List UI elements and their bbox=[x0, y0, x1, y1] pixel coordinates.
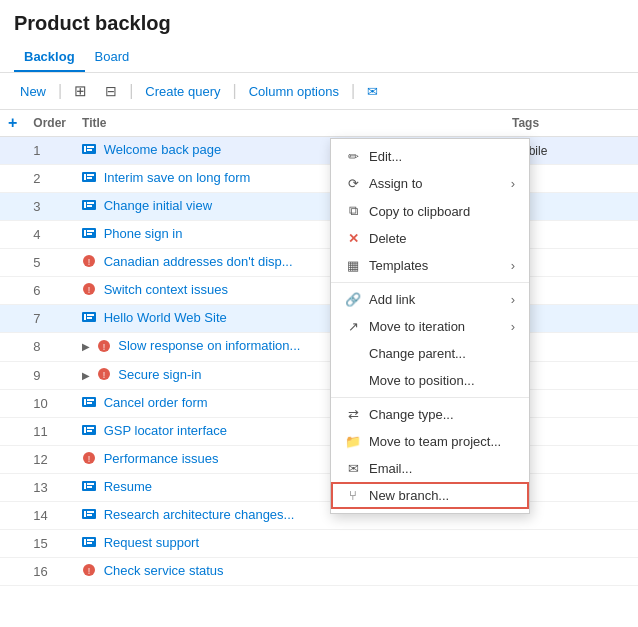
row-title: Request support bbox=[74, 529, 467, 557]
cm-item-change_type[interactable]: ⇄ Change type... bbox=[331, 401, 529, 428]
item-title-link[interactable]: GSP locator interface bbox=[104, 423, 227, 438]
item-icon: ! bbox=[82, 254, 96, 271]
row-add-cell bbox=[0, 137, 25, 165]
table-row[interactable]: 14 Research architecture changes... bbox=[0, 501, 638, 529]
table-row[interactable]: 1 Welcome back page ··· Mobile bbox=[0, 137, 638, 165]
table-row[interactable]: 2 Interim save on long form bbox=[0, 165, 638, 193]
row-order: 1 bbox=[25, 137, 74, 165]
table-row[interactable]: 12 ! Performance issues bbox=[0, 445, 638, 473]
add-child-button[interactable]: ⊞ bbox=[68, 79, 93, 103]
svg-rect-40 bbox=[87, 483, 94, 485]
row-add-cell bbox=[0, 165, 25, 193]
table-row[interactable]: 11 GSP locator interface bbox=[0, 417, 638, 445]
item-title-link[interactable]: Secure sign-in bbox=[118, 367, 201, 382]
item-title-link[interactable]: Slow response on information... bbox=[118, 338, 300, 353]
item-title-link[interactable]: Resume bbox=[104, 479, 152, 494]
cm-icon-moveiteration: ↗ bbox=[345, 319, 361, 334]
table-row[interactable]: 7 Hello World Web Site bbox=[0, 305, 638, 333]
cm-icon-edit: ✏ bbox=[345, 149, 361, 164]
svg-rect-22 bbox=[87, 314, 94, 316]
column-options-button[interactable]: Column options bbox=[243, 81, 345, 102]
cm-item-new_branch[interactable]: ⑂ New branch... bbox=[331, 482, 529, 509]
row-order: 16 bbox=[25, 557, 74, 585]
table-row[interactable]: 16 ! Check service status bbox=[0, 557, 638, 585]
context-menu-separator bbox=[331, 282, 529, 283]
svg-rect-13 bbox=[84, 230, 86, 236]
expand-arrow[interactable]: ▶ bbox=[82, 370, 90, 381]
create-query-button[interactable]: Create query bbox=[139, 81, 226, 102]
table-row[interactable]: 13 Resume bbox=[0, 473, 638, 501]
item-title-link[interactable]: Phone sign in bbox=[104, 226, 183, 241]
table-row[interactable]: 10 Cancel order form bbox=[0, 389, 638, 417]
cm-item-templates[interactable]: ▦ Templates › bbox=[331, 252, 529, 279]
cm-item-delete[interactable]: ✕ Delete bbox=[331, 225, 529, 252]
cm-icon-copy: ⧉ bbox=[345, 203, 361, 219]
cm-item-email[interactable]: ✉ Email... bbox=[331, 455, 529, 482]
svg-text:!: ! bbox=[88, 566, 91, 576]
item-icon bbox=[82, 479, 96, 496]
item-title-link[interactable]: Canadian addresses don't disp... bbox=[104, 254, 293, 269]
tabs-bar: Backlog Board bbox=[0, 43, 638, 73]
table-row[interactable]: 6 ! Switch context issues bbox=[0, 277, 638, 305]
row-add-cell bbox=[0, 529, 25, 557]
item-title-link[interactable]: Hello World Web Site bbox=[104, 310, 227, 325]
cm-item-copy_clipboard[interactable]: ⧉ Copy to clipboard bbox=[331, 197, 529, 225]
item-icon: ! bbox=[82, 451, 96, 468]
tab-backlog[interactable]: Backlog bbox=[14, 43, 85, 72]
table-row[interactable]: 4 Phone sign in bbox=[0, 221, 638, 249]
cm-arrow-add_link: › bbox=[511, 292, 515, 307]
table-row[interactable]: 5 ! Canadian addresses don't disp... bbox=[0, 249, 638, 277]
item-title-link[interactable]: Research architecture changes... bbox=[104, 507, 295, 522]
table-row[interactable]: 3 Change initial view bbox=[0, 193, 638, 221]
cm-item-change_parent[interactable]: Change parent... bbox=[331, 340, 529, 367]
row-order: 10 bbox=[25, 389, 74, 417]
cm-arrow-templates: › bbox=[511, 258, 515, 273]
expand-button[interactable]: ⊟ bbox=[99, 80, 123, 102]
cm-label-delete: Delete bbox=[369, 231, 407, 246]
cm-icon-moveteam: 📁 bbox=[345, 434, 361, 449]
cm-icon-delete: ✕ bbox=[345, 231, 361, 246]
cm-item-add_link[interactable]: 🔗 Add link › bbox=[331, 286, 529, 313]
cm-label-move_team: Move to team project... bbox=[369, 434, 501, 449]
cm-item-move_iteration[interactable]: ↗ Move to iteration › bbox=[331, 313, 529, 340]
cm-item-edit[interactable]: ✏ Edit... bbox=[331, 143, 529, 170]
item-title-link[interactable]: Cancel order form bbox=[104, 395, 208, 410]
svg-rect-43 bbox=[84, 511, 86, 517]
item-title-link[interactable]: Performance issues bbox=[104, 451, 219, 466]
cm-item-assign_to[interactable]: ⟳ Assign to › bbox=[331, 170, 529, 197]
item-icon bbox=[82, 198, 96, 215]
cm-label-edit: Edit... bbox=[369, 149, 402, 164]
row-dots-cell bbox=[467, 557, 504, 585]
row-order: 13 bbox=[25, 473, 74, 501]
cm-item-move_position[interactable]: Move to position... bbox=[331, 367, 529, 394]
tab-board[interactable]: Board bbox=[85, 43, 140, 72]
row-add-cell bbox=[0, 557, 25, 585]
row-add-cell bbox=[0, 361, 25, 389]
item-icon: ! bbox=[97, 339, 111, 356]
item-title-link[interactable]: Interim save on long form bbox=[104, 170, 251, 185]
new-label: New bbox=[20, 84, 46, 99]
page-container: Product backlog Backlog Board New | ⊞ ⊟ … bbox=[0, 0, 638, 627]
item-title-link[interactable]: Welcome back page bbox=[104, 142, 222, 157]
cm-label-new_branch: New branch... bbox=[369, 488, 449, 503]
svg-rect-6 bbox=[87, 174, 94, 176]
new-button[interactable]: New bbox=[14, 81, 52, 102]
svg-rect-15 bbox=[87, 233, 92, 235]
svg-rect-39 bbox=[84, 483, 86, 489]
svg-rect-14 bbox=[87, 230, 94, 232]
table-row[interactable]: 15 Request support bbox=[0, 529, 638, 557]
email-button[interactable]: ✉ bbox=[361, 81, 384, 102]
cm-arrow-move_iteration: › bbox=[511, 319, 515, 334]
item-title-link[interactable]: Check service status bbox=[104, 563, 224, 578]
svg-rect-33 bbox=[84, 427, 86, 433]
table-row[interactable]: 9 ▶ ! Secure sign-in bbox=[0, 361, 638, 389]
cm-label-email: Email... bbox=[369, 461, 412, 476]
table-row[interactable]: 8 ▶ ! Slow response on information... bbox=[0, 333, 638, 361]
item-title-link[interactable]: Change initial view bbox=[104, 198, 212, 213]
item-icon bbox=[82, 507, 96, 524]
row-order: 4 bbox=[25, 221, 74, 249]
cm-item-move_team[interactable]: 📁 Move to team project... bbox=[331, 428, 529, 455]
item-title-link[interactable]: Switch context issues bbox=[104, 282, 228, 297]
item-title-link[interactable]: Request support bbox=[104, 535, 199, 550]
expand-arrow[interactable]: ▶ bbox=[82, 341, 90, 352]
